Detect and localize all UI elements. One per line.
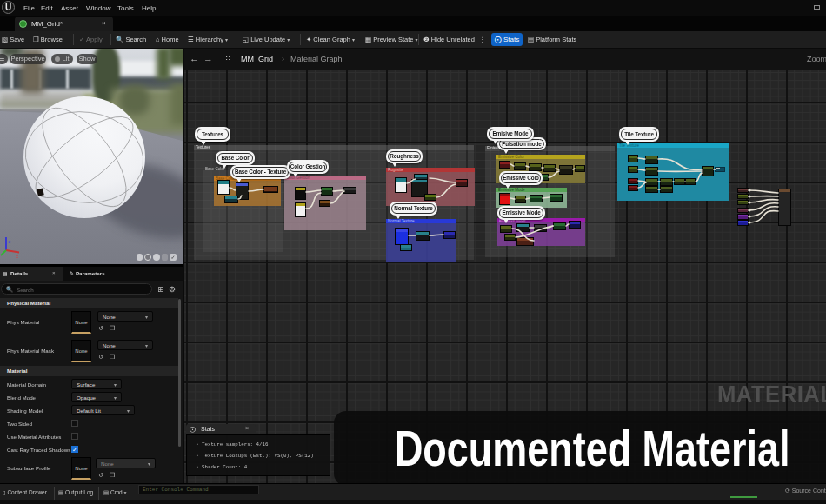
svg-text:z: z	[9, 239, 11, 244]
svg-text:x: x	[16, 254, 18, 258]
